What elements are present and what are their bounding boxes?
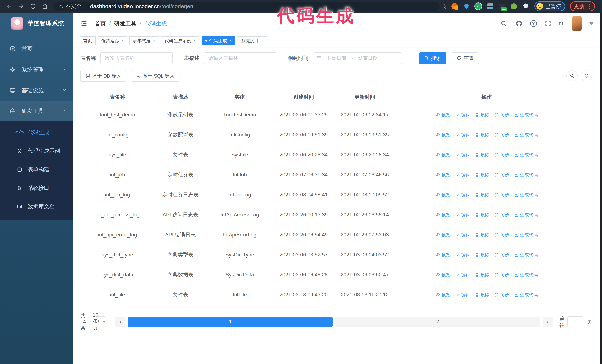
sidebar-item-infrastructure[interactable]: 基础设施: [0, 80, 73, 101]
action-edit-link[interactable]: 编辑: [455, 292, 470, 298]
action-preview-link[interactable]: 预览: [435, 252, 450, 258]
shield-check-extension-icon[interactable]: ✓: [475, 3, 482, 10]
goto-page-input[interactable]: [567, 316, 584, 327]
tab-close-icon[interactable]: ×: [229, 38, 232, 43]
tab-form-builder[interactable]: 表单构建 ×: [129, 36, 159, 45]
next-page-button[interactable]: ›: [543, 317, 553, 327]
action-generate-code-link[interactable]: 生成代码: [514, 132, 538, 138]
action-delete-link[interactable]: 删除: [475, 212, 490, 218]
orange-extension-icon[interactable]: [451, 3, 458, 10]
action-delete-link[interactable]: 删除: [475, 232, 490, 238]
user-avatar[interactable]: [572, 16, 582, 31]
action-preview-link[interactable]: 预览: [435, 112, 450, 118]
import-db-button[interactable]: 基于 DB 导入: [80, 70, 126, 82]
start-date-input[interactable]: [322, 55, 351, 61]
page-size-select[interactable]: 10条/页: [93, 316, 106, 327]
tab-home[interactable]: 首页: [80, 36, 96, 45]
refresh-table-button[interactable]: [581, 70, 592, 81]
puzzle-extensions-icon[interactable]: [522, 3, 529, 10]
action-delete-link[interactable]: 删除: [475, 112, 490, 118]
action-generate-code-link[interactable]: 生成代码: [514, 272, 538, 278]
tab-codegen-example[interactable]: 代码生成示例 ×: [161, 36, 200, 45]
action-sync-link[interactable]: 同步: [494, 232, 509, 238]
search-button[interactable]: 搜索: [419, 52, 446, 64]
gem-extension-icon[interactable]: [463, 3, 470, 10]
action-delete-link[interactable]: 删除: [475, 252, 490, 258]
action-edit-link[interactable]: 编辑: [455, 152, 470, 158]
breadcrumb-dev-tools[interactable]: 研发工具: [114, 20, 136, 27]
action-edit-link[interactable]: 编辑: [455, 232, 470, 238]
tab-close-icon[interactable]: ×: [153, 38, 155, 43]
prev-page-button[interactable]: ‹: [115, 317, 125, 327]
action-edit-link[interactable]: 编辑: [455, 252, 470, 258]
action-sync-link[interactable]: 同步: [494, 152, 509, 158]
sidebar-item-system-interface[interactable]: 系统接口: [0, 179, 73, 197]
browser-forward-icon[interactable]: [15, 1, 27, 11]
action-delete-link[interactable]: 删除: [475, 172, 490, 178]
tab-close-icon[interactable]: ×: [121, 38, 124, 43]
sidebar-collapse-icon[interactable]: [80, 20, 88, 27]
scrollbar[interactable]: [600, 13, 602, 364]
dark-extension-icon[interactable]: on: [498, 3, 505, 10]
action-generate-code-link[interactable]: 生成代码: [514, 192, 538, 198]
tab-system-interface[interactable]: 系统接口 ×: [237, 36, 267, 45]
browser-reload-icon[interactable]: [27, 1, 39, 11]
hide-search-button[interactable]: [566, 70, 578, 81]
action-preview-link[interactable]: 预览: [435, 292, 450, 298]
tab-codegen[interactable]: 代码生成 ×: [202, 36, 235, 45]
table-desc-input[interactable]: [204, 52, 276, 64]
import-sql-button[interactable]: 基于 SQL 导入: [131, 70, 180, 82]
github-icon[interactable]: [515, 20, 523, 28]
action-preview-link[interactable]: 预览: [435, 192, 450, 198]
action-sync-link[interactable]: 同步: [494, 252, 509, 258]
sidebar-item-dev-tools[interactable]: 研发工具: [0, 101, 73, 122]
green-extension-icon[interactable]: [510, 3, 517, 10]
action-generate-code-link[interactable]: 生成代码: [514, 232, 538, 238]
action-edit-link[interactable]: 编辑: [455, 172, 470, 178]
browser-update-button[interactable]: 更新: [570, 1, 595, 11]
browser-menu-kebab-icon[interactable]: [589, 6, 590, 7]
action-preview-link[interactable]: 预览: [435, 212, 450, 218]
tab-tracing[interactable]: 链路追踪 ×: [98, 36, 127, 45]
browser-home-icon[interactable]: [39, 1, 51, 11]
action-sync-link[interactable]: 同步: [494, 112, 509, 118]
sidebar-item-form-builder[interactable]: 表单构建: [0, 160, 73, 179]
action-preview-link[interactable]: 预览: [435, 272, 450, 278]
action-delete-link[interactable]: 删除: [475, 192, 490, 198]
sidebar-item-code-generation[interactable]: </> 代码生成: [0, 123, 73, 142]
browser-profile-chip[interactable]: 已暂停: [534, 1, 565, 11]
tab-close-icon[interactable]: ×: [261, 38, 263, 43]
action-edit-link[interactable]: 编辑: [455, 212, 470, 218]
action-generate-code-link[interactable]: 生成代码: [514, 152, 538, 158]
action-generate-code-link[interactable]: 生成代码: [514, 112, 538, 118]
action-sync-link[interactable]: 同步: [494, 272, 509, 278]
action-preview-link[interactable]: 预览: [435, 232, 450, 238]
sidebar-item-database-doc[interactable]: 数据库文档: [0, 197, 73, 216]
sidebar-item-code-generation-example[interactable]: 代码生成示例: [0, 142, 73, 160]
font-size-icon[interactable]: tT: [559, 20, 565, 27]
sidebar-item-system-management[interactable]: 系统管理: [0, 59, 73, 80]
action-generate-code-link[interactable]: 生成代码: [514, 172, 538, 178]
date-range-picker[interactable]: -: [313, 52, 402, 64]
browser-address-bar[interactable]: ⚠ 不安全 dashboard.yudao.iocoder.cn/tool/co…: [53, 2, 440, 11]
sidebar-item-home[interactable]: 首页: [0, 39, 73, 59]
action-preview-link[interactable]: 预览: [435, 172, 450, 178]
reset-button[interactable]: 重置: [452, 52, 479, 64]
page-button-1[interactable]: 1: [128, 317, 333, 327]
page-url[interactable]: dashboard.yudao.iocoder.cn/tool/codegen: [90, 3, 193, 10]
help-icon[interactable]: ?: [530, 20, 537, 27]
action-sync-link[interactable]: 同步: [494, 212, 509, 218]
breadcrumb-home[interactable]: 首页: [95, 20, 106, 27]
action-sync-link[interactable]: 同步: [494, 132, 509, 138]
grid-extension-icon[interactable]: [487, 3, 494, 10]
end-date-input[interactable]: [353, 55, 383, 61]
app-logo[interactable]: 芋道管理系统: [0, 13, 73, 34]
action-generate-code-link[interactable]: 生成代码: [514, 292, 538, 298]
action-sync-link[interactable]: 同步: [494, 292, 509, 298]
action-edit-link[interactable]: 编辑: [455, 132, 470, 138]
action-delete-link[interactable]: 删除: [475, 292, 490, 298]
action-delete-link[interactable]: 删除: [475, 152, 490, 158]
action-generate-code-link[interactable]: 生成代码: [514, 212, 538, 218]
security-label[interactable]: 不安全: [65, 3, 82, 10]
action-edit-link[interactable]: 编辑: [455, 112, 470, 118]
